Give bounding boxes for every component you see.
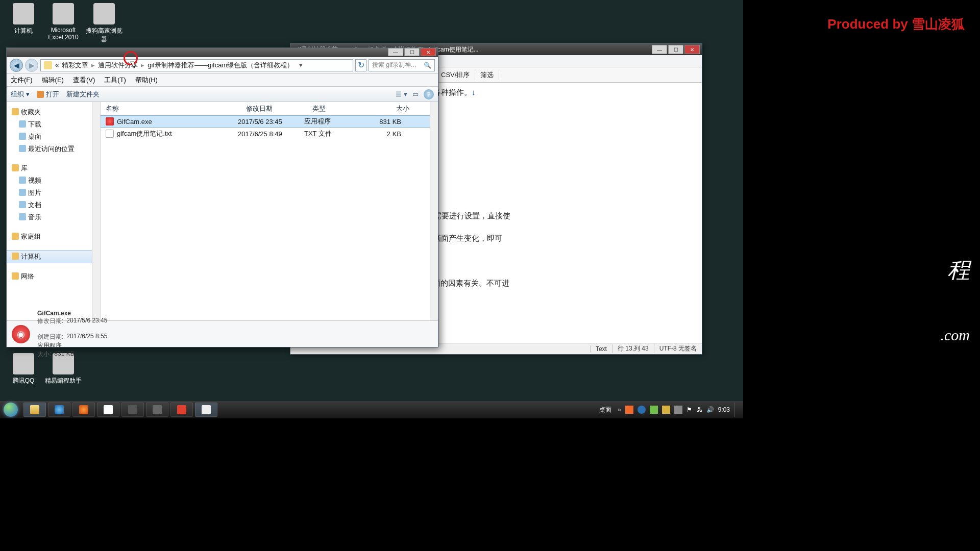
menu-edit[interactable]: 编辑(E)	[42, 76, 64, 85]
new-folder-button[interactable]: 新建文件夹	[66, 90, 100, 99]
tray-antivirus-icon[interactable]	[650, 406, 658, 414]
tray-volume-icon[interactable]: 🔊	[706, 406, 714, 413]
chevron-right-icon: ▸	[141, 61, 144, 69]
view-mode-button[interactable]: ☰ ▾	[396, 90, 407, 98]
nav-network[interactable]: 网络	[7, 270, 92, 283]
taskbar-qq[interactable]	[97, 403, 119, 417]
explorer-window: — ☐ ✕ ◀ ▶ « 精彩文章 ▸ 通用软件分享 ▸ gif录制神器推荐——g…	[6, 47, 438, 347]
nav-computer[interactable]: 计算机	[7, 250, 92, 263]
taskbar-camera[interactable]	[121, 403, 144, 417]
show-desktop-button[interactable]	[734, 403, 739, 417]
chevron-right-icon[interactable]: »	[618, 406, 621, 413]
start-button[interactable]	[0, 401, 21, 418]
address-bar-row: ◀ ▶ « 精彩文章 ▸ 通用软件分享 ▸ gif录制神器推荐——gifcam绿…	[7, 57, 438, 73]
nav-recent[interactable]: 最近访问的位置	[7, 143, 92, 155]
address-bar[interactable]: « 精彩文章 ▸ 通用软件分享 ▸ gif录制神器推荐——gifcam绿色版（含…	[40, 59, 353, 71]
col-size[interactable]: 大小	[372, 104, 416, 113]
nav-documents[interactable]: 文档	[7, 199, 92, 211]
details-create-val: 2017/6/25 8:55	[66, 333, 107, 341]
qq-icon	[104, 405, 113, 414]
menu-file[interactable]: 文件(F)	[11, 76, 33, 85]
nav-homegroup[interactable]: 家庭组	[7, 231, 92, 243]
nav-music[interactable]: 音乐	[7, 211, 92, 223]
tray-help-icon[interactable]	[638, 406, 646, 414]
taskbar-360[interactable]	[170, 403, 193, 417]
tray-shield-icon[interactable]	[662, 406, 670, 414]
app-icon	[153, 405, 162, 414]
nav-scrollbar[interactable]	[92, 102, 101, 320]
close-button[interactable]: ✕	[421, 48, 436, 56]
refresh-button[interactable]: ↻	[355, 59, 366, 71]
search-placeholder: 搜索 gif录制神...	[372, 61, 416, 69]
file-type: TXT 文件	[304, 129, 369, 138]
details-mod-key: 修改日期:	[37, 317, 63, 325]
desktop-icon-computer[interactable]: 计算机	[3, 3, 44, 35]
nav-pictures[interactable]: 图片	[7, 187, 92, 199]
organize-button[interactable]: 组织 ▾	[11, 90, 30, 99]
file-date: 2017/5/6 23:45	[238, 118, 304, 126]
breadcrumb-chevron[interactable]: «	[55, 61, 59, 69]
close-button[interactable]: ✕	[684, 45, 700, 54]
desktop-icon-sogou[interactable]: 搜狗高速浏览器	[84, 3, 125, 44]
back-button[interactable]: ◀	[10, 59, 23, 72]
details-size-val: 831 KB	[54, 350, 74, 359]
tray-network-icon[interactable]: 🖧	[696, 406, 702, 413]
help-button[interactable]: ?	[424, 89, 434, 99]
details-mod-val: 2017/5/6 23:45	[66, 317, 107, 325]
menu-help[interactable]: 帮助(H)	[135, 76, 158, 85]
minimize-button[interactable]: —	[652, 45, 667, 54]
tray-flag-icon[interactable]: ⚑	[687, 406, 692, 413]
tray-sogou-icon[interactable]	[625, 406, 633, 414]
file-type: 应用程序	[304, 117, 369, 126]
taskbar-app[interactable]	[146, 403, 168, 417]
breadcrumb-item[interactable]: gif录制神器推荐——gifcam绿色版（含详细教程）	[148, 61, 293, 70]
nav-videos[interactable]: 视频	[7, 174, 92, 187]
desktop-icon-excel[interactable]: Microsoft Excel 2010	[43, 3, 84, 41]
explorer-menubar: 文件(F) 编辑(E) 查看(V) 工具(T) 帮助(H)	[7, 73, 438, 87]
file-row[interactable]: GifCam.exe 2017/5/6 23:45 应用程序 831 KB	[101, 115, 438, 128]
address-dropdown[interactable]: ▾	[297, 61, 305, 69]
sogou-icon	[93, 3, 115, 24]
desktop-icon-label: 计算机	[3, 27, 44, 35]
col-type[interactable]: 类型	[307, 104, 372, 113]
maximize-button[interactable]: ☐	[668, 45, 683, 54]
explorer-titlebar[interactable]: — ☐ ✕	[7, 48, 438, 57]
file-date: 2017/6/25 8:49	[238, 130, 304, 138]
file-size: 2 KB	[369, 130, 413, 138]
show-desktop-label[interactable]: 桌面	[599, 406, 611, 414]
maximize-button[interactable]: ☐	[404, 48, 420, 56]
details-create-key: 创建日期:	[37, 333, 63, 341]
tray-app-icon[interactable]	[674, 406, 682, 414]
col-name[interactable]: 名称	[101, 104, 241, 113]
desktop-icon-label: Microsoft Excel 2010	[43, 27, 84, 41]
toolbar-filter[interactable]: 筛选	[475, 70, 499, 80]
nav-pane: 收藏夹 下载 桌面 最近访问的位置 库 视频 图片 文档 音乐 家庭组 计算机 …	[7, 102, 92, 320]
tray-clock[interactable]: 9:03	[718, 406, 730, 413]
taskbar-firefox[interactable]	[72, 403, 95, 417]
minimize-button[interactable]: —	[388, 48, 403, 56]
folder-icon	[44, 61, 52, 69]
preview-pane-button[interactable]: ▭	[412, 90, 419, 98]
forward-button[interactable]: ▶	[25, 59, 38, 72]
menu-tool[interactable]: 工具(T)	[104, 76, 126, 85]
details-size-key: 大小:	[37, 350, 51, 359]
nav-favorites[interactable]: 收藏夹	[7, 106, 92, 118]
search-input[interactable]: 搜索 gif录制神... 🔍	[369, 59, 435, 71]
nav-libraries[interactable]: 库	[7, 162, 92, 174]
file-row[interactable]: gifcam使用笔记.txt 2017/6/25 8:49 TXT 文件 2 K…	[101, 128, 438, 140]
breadcrumb-item[interactable]: 精彩文章	[62, 61, 88, 70]
file-size: 831 KB	[369, 118, 413, 126]
nav-downloads[interactable]: 下载	[7, 118, 92, 131]
open-button[interactable]: 打开	[37, 90, 59, 99]
taskbar-notepad[interactable]	[195, 403, 217, 417]
taskbar-ie[interactable]	[48, 403, 70, 417]
taskbar-explorer[interactable]	[23, 403, 46, 417]
qq-icon	[13, 353, 34, 374]
details-name: GifCam.exe	[37, 310, 71, 317]
toolbar-csv[interactable]: CSV/排序	[436, 70, 475, 80]
status-enc: UTF-8 无签名	[654, 344, 702, 353]
col-date[interactable]: 修改日期	[241, 104, 307, 113]
list-scrollbar[interactable]	[430, 102, 438, 320]
menu-view[interactable]: 查看(V)	[73, 76, 95, 85]
nav-desktop[interactable]: 桌面	[7, 131, 92, 143]
